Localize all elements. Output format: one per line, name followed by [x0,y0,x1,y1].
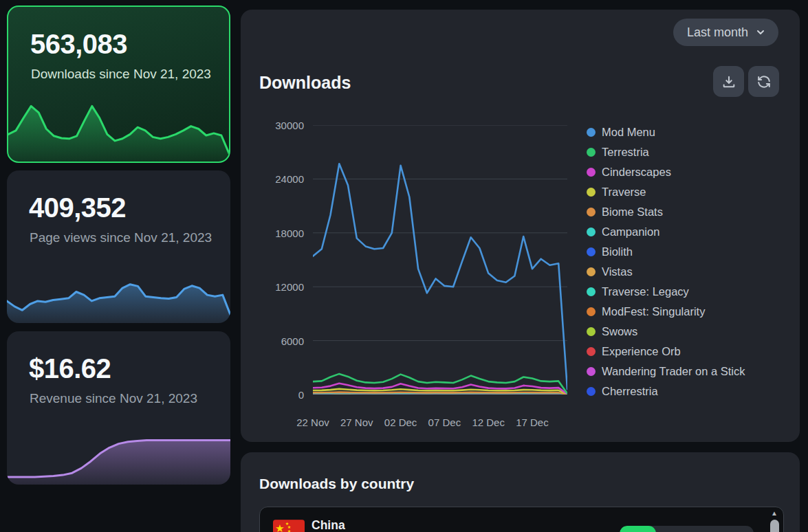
scroll-up-icon[interactable]: ▲ [769,509,779,518]
x-axis-label: 02 Dec [384,417,417,428]
y-axis-label: 24000 [275,173,304,185]
legend-label: Experience Orb [602,345,681,358]
y-axis-label: 18000 [275,227,304,239]
legend-color-dot [587,208,596,217]
legend-color-dot [587,267,596,276]
legend-item[interactable]: Mod Menu [587,122,745,142]
revenue-sparkline [7,430,230,485]
downloads-total: 563,083 [30,29,127,60]
x-axis-label: 12 Dec [472,417,505,428]
page-views-total: 409,352 [29,192,126,223]
export-button[interactable] [713,66,744,97]
legend-item[interactable]: Cinderscapes [587,162,745,182]
scrollbar-thumb[interactable] [770,520,779,532]
panel-title: Downloads [259,73,351,93]
legend-item[interactable]: Vistas [587,262,745,282]
legend-label: Cinderscapes [602,166,671,179]
legend-item[interactable]: Biolith [587,242,745,262]
legend-label: Swows [602,325,637,338]
date-range-label: Last month [687,25,748,40]
country-progress-bar [620,526,754,532]
y-axis-label: 0 [298,389,304,401]
legend-color-dot [587,307,596,316]
downloads-by-country-panel: Downloads by country ★ ★ ★ ★ ★ China ▲ [241,452,800,532]
legend-color-dot [587,387,596,396]
legend-color-dot [587,228,596,236]
legend-item[interactable]: Campanion [587,222,745,242]
refresh-button[interactable] [748,66,779,97]
legend-item[interactable]: Traverse [587,182,745,202]
x-axis-label: 17 Dec [516,417,549,428]
legend-label: Campanion [602,225,659,239]
analytics-page: 563,083 Downloads since Nov 21, 2023 409… [0,0,808,532]
legend-color-dot [587,287,596,296]
legend-item[interactable]: Biome Stats [587,202,745,222]
stat-card-page-views: 409,352 Page views since Nov 21, 2023 [7,170,230,323]
china-flag-icon: ★ ★ ★ ★ ★ [273,520,305,532]
revenue-total: $16.62 [29,353,111,384]
legend-label: ModFest: Singularity [602,305,705,318]
country-name: China [312,518,345,532]
page-views-sparkline [7,271,230,323]
legend-color-dot [587,128,596,137]
page-views-total-label: Page views since Nov 21, 2023 [30,230,215,245]
downloads-chart-plot[interactable] [313,125,567,395]
legend-label: Wandering Trader on a Stick [602,365,745,378]
legend-label: Biome Stats [602,206,663,219]
country-list-scrollbar[interactable]: ▲ [769,509,779,532]
y-axis: 0600012000180002400030000 [241,125,304,395]
revenue-total-label: Revenue since Nov 21, 2023 [30,390,215,406]
x-axis-label: 07 Dec [428,417,461,428]
legend-color-dot [587,188,596,197]
chevron-down-icon [755,27,766,38]
legend-color-dot [587,148,596,157]
legend-item[interactable]: Terrestria [587,142,745,162]
country-panel-title: Downloads by country [259,476,414,492]
legend-label: Traverse: Legacy [602,285,689,298]
legend-label: Cherrestria [602,385,658,398]
legend-item[interactable]: Cherrestria [587,381,745,401]
downloads-sparkline [8,101,229,162]
chart-legend: Mod MenuTerrestriaCinderscapesTraverseBi… [587,122,745,401]
legend-item[interactable]: Wandering Trader on a Stick [587,362,745,381]
country-progress-fill [620,526,656,532]
x-axis-label: 27 Nov [340,417,373,428]
refresh-icon [756,74,772,89]
legend-item[interactable]: ModFest: Singularity [587,302,745,322]
legend-item[interactable]: Experience Orb [587,342,745,362]
stat-card-revenue: $16.62 Revenue since Nov 21, 2023 [7,331,230,485]
legend-label: Mod Menu [602,126,655,139]
download-icon [721,74,736,89]
legend-color-dot [587,168,596,177]
y-axis-label: 12000 [275,281,304,293]
legend-item[interactable]: Swows [587,322,745,342]
legend-color-dot [587,367,596,376]
svg-text:★: ★ [275,522,285,532]
legend-label: Biolith [602,245,633,258]
legend-color-dot [587,327,596,336]
date-range-selector[interactable]: Last month [673,19,778,46]
y-axis-label: 6000 [281,335,304,346]
legend-label: Traverse [602,186,646,199]
legend-item[interactable]: Traverse: Legacy [587,282,745,302]
legend-color-dot [587,247,596,256]
downloads-panel: Last month Downloads 0600012000180002400… [241,10,800,442]
legend-label: Terrestria [602,146,649,159]
y-axis-label: 30000 [275,120,304,131]
country-list: ★ ★ ★ ★ ★ China ▲ [259,507,784,532]
stat-card-downloads: 563,083 Downloads since Nov 21, 2023 [7,5,230,163]
x-axis-label: 22 Nov [296,417,329,428]
downloads-total-label: Downloads since Nov 21, 2023 [31,66,217,82]
legend-color-dot [587,347,596,356]
svg-text:★: ★ [287,529,292,532]
legend-label: Vistas [602,265,633,278]
x-axis: 22 Nov27 Nov02 Dec07 Dec12 Dec17 Dec [313,417,567,432]
